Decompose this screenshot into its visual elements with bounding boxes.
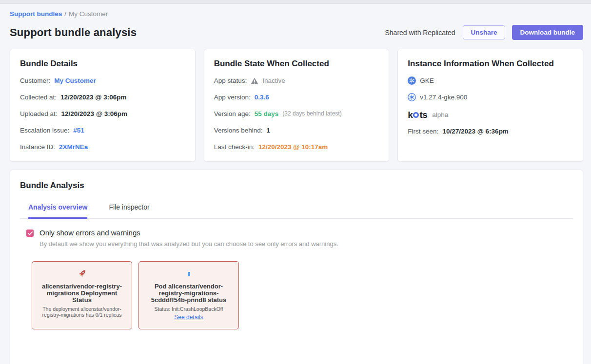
- error-card-title: alicenstar/vendor-registry-migrations De…: [37, 283, 127, 304]
- uploaded-at-label: Uploaded at:: [20, 109, 58, 118]
- unshare-button[interactable]: Unshare: [463, 25, 505, 39]
- warning-icon: [251, 77, 258, 84]
- bundle-analysis-card: Bundle Analysis Analysis overview File i…: [10, 170, 583, 364]
- breadcrumb: Support bundles/My Customer: [10, 10, 583, 18]
- error-card-message: Status: Init:CrashLoopBackOff: [144, 306, 234, 312]
- filter-row: Only show errors and warnings By default…: [20, 229, 573, 248]
- version-age-value: 55 days: [255, 109, 279, 118]
- first-seen-value: 10/27/2023 @ 6:36pm: [442, 127, 509, 136]
- pod-icon: [144, 268, 234, 280]
- bundle-state-card: Bundle State When Collected App status: …: [204, 49, 390, 162]
- app-status-label: App status:: [214, 76, 247, 85]
- customer-link[interactable]: My Customer: [54, 76, 96, 85]
- last-checkin-value: 12/20/2023 @ 10:17am: [258, 142, 328, 152]
- error-card-message: The deployment alicenstar/vendor-registr…: [37, 306, 127, 318]
- app-status-value: Inactive: [262, 76, 285, 85]
- versions-behind-row: Versions behind: 1: [214, 126, 379, 135]
- filter-text-block: Only show errors and warnings By default…: [39, 229, 338, 248]
- page-title: Support bundle analysis: [10, 26, 137, 39]
- tab-analysis-overview[interactable]: Analysis overview: [28, 203, 87, 219]
- collected-at-value: 12/20/2023 @ 3:06pm: [60, 93, 127, 102]
- customer-label: Customer:: [20, 76, 50, 85]
- analysis-tabs: Analysis overview File inspector: [20, 203, 573, 219]
- kots-row: ktsalpha: [408, 110, 573, 119]
- filter-label: Only show errors and warnings: [39, 229, 338, 237]
- see-details-link[interactable]: See details: [174, 314, 203, 321]
- instance-info-card: Instance Information When Collected GKE …: [397, 49, 583, 162]
- info-cards-row: Bundle Details Customer: My Customer Col…: [10, 49, 583, 162]
- customer-row: Customer: My Customer: [20, 76, 185, 85]
- breadcrumb-support-bundles-link[interactable]: Support bundles: [10, 10, 62, 18]
- tab-file-inspector[interactable]: File inspector: [109, 203, 149, 218]
- top-border-strip: [0, 0, 591, 4]
- kots-logo: ktsalpha: [408, 110, 448, 119]
- k8s-version-value: v1.27.4-gke.900: [420, 93, 467, 102]
- app-status-row: App status: Inactive: [214, 76, 379, 85]
- analysis-results: alicenstar/vendor-registry-migrations De…: [20, 261, 573, 329]
- kots-logo-o: [413, 112, 419, 118]
- kots-channel-label: alpha: [432, 110, 448, 119]
- analysis-error-card-deployment[interactable]: alicenstar/vendor-registry-migrations De…: [32, 261, 132, 329]
- breadcrumb-separator: /: [64, 10, 66, 18]
- escalation-issue-link[interactable]: #51: [73, 126, 84, 135]
- kubernetes-outline-icon: [408, 93, 416, 101]
- page-container: Support bundles/My Customer Support bund…: [0, 10, 591, 364]
- instance-id-link[interactable]: 2XMrNEa: [59, 142, 88, 152]
- last-checkin-row: Last check-in: 12/20/2023 @ 10:17am: [214, 142, 379, 152]
- app-version-link[interactable]: 0.3.6: [255, 93, 269, 102]
- collected-at-label: Collected at:: [20, 93, 57, 102]
- uploaded-at-row: Uploaded at: 12/20/2023 @ 3:06pm: [20, 109, 185, 118]
- distribution-value: GKE: [420, 76, 434, 85]
- app-version-row: App version: 0.3.6: [214, 93, 379, 102]
- escalation-issue-row: Escalation issue: #51: [20, 126, 185, 135]
- breadcrumb-current: My Customer: [69, 10, 108, 18]
- last-checkin-label: Last check-in:: [214, 142, 255, 152]
- first-seen-label: First seen:: [408, 127, 438, 136]
- escalation-issue-label: Escalation issue:: [20, 126, 69, 135]
- only-errors-checkbox[interactable]: [26, 230, 34, 237]
- versions-behind-label: Versions behind:: [214, 126, 263, 135]
- versions-behind-value: 1: [267, 126, 271, 135]
- uploaded-at-value: 12/20/2023 @ 3:06pm: [61, 109, 128, 118]
- bundle-details-card: Bundle Details Customer: My Customer Col…: [10, 49, 196, 162]
- k8s-version-row: v1.27.4-gke.900: [408, 93, 573, 102]
- header-actions: Shared with Replicated Unshare Download …: [385, 25, 583, 40]
- filter-description: By default we show you everything that w…: [39, 240, 338, 248]
- rocket-icon: [37, 268, 127, 280]
- bundle-state-title: Bundle State When Collected: [214, 59, 379, 69]
- instance-id-row: Instance ID: 2XMrNEa: [20, 142, 185, 152]
- error-card-title: Pod alicenstar/vendor-registry-migration…: [144, 283, 234, 304]
- version-age-label: Version age:: [214, 109, 251, 118]
- version-age-row: Version age: 55 days (32 days behind lat…: [214, 109, 379, 118]
- bundle-details-title: Bundle Details: [20, 59, 185, 69]
- app-version-label: App version:: [214, 93, 251, 102]
- analysis-error-card-pod-status[interactable]: Pod alicenstar/vendor-registry-migration…: [138, 261, 239, 329]
- version-age-note: (32 days behind latest): [282, 109, 341, 118]
- collected-at-row: Collected at: 12/20/2023 @ 3:06pm: [20, 93, 185, 102]
- page-header: Support bundle analysis Shared with Repl…: [10, 25, 583, 40]
- first-seen-row: First seen: 10/27/2023 @ 6:36pm: [408, 127, 573, 136]
- distribution-row: GKE: [408, 76, 573, 85]
- shared-status-text: Shared with Replicated: [385, 29, 455, 37]
- instance-id-label: Instance ID:: [20, 142, 55, 152]
- instance-info-title: Instance Information When Collected: [408, 59, 573, 69]
- bundle-analysis-title: Bundle Analysis: [20, 181, 573, 191]
- kubernetes-filled-icon: [408, 77, 416, 85]
- download-bundle-button[interactable]: Download bundle: [512, 25, 584, 40]
